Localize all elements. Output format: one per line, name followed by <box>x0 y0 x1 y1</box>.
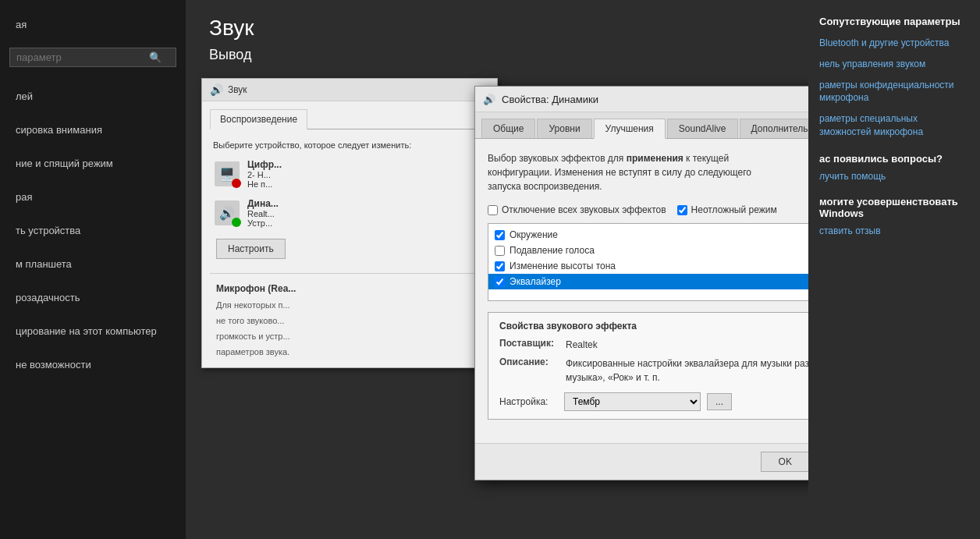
improve-title: могите усовершенствовать Windows <box>819 196 969 219</box>
checkbox-emergency[interactable]: Неотложный режим <box>677 204 777 215</box>
device-icon-0: 🖥️ <box>215 161 240 186</box>
props-dialog: 🔊 Свойства: Динамики ✕ Общие Уровни Улуч… <box>474 86 808 480</box>
sidebar-item-7[interactable]: розадачность <box>0 281 186 314</box>
choose-device-label: Выберите устройство, которое следует изм… <box>210 137 489 154</box>
link-sound-control[interactable]: нель управления звуком <box>819 58 969 71</box>
sound-panel-titlebar: 🔊 Звук <box>202 79 497 101</box>
checkbox-disable-all[interactable]: Отключение всех звуковых эффектов <box>488 204 666 215</box>
props-footer: OK Отмена Применить <box>475 443 808 480</box>
sound-panel: 🔊 Звук Воспроизведение Выберите устройст… <box>201 78 498 368</box>
effect-checkbox-0[interactable] <box>495 230 505 240</box>
effect-item-2[interactable]: Изменение высоты тона <box>488 258 808 274</box>
improve-section: могите усовершенствовать Windows ставить… <box>819 196 969 236</box>
props-dialog-icon: 🔊 <box>483 94 495 105</box>
disable-all-checkbox[interactable] <box>488 205 498 215</box>
preset-label: Настройка: <box>499 396 558 407</box>
device-item-0[interactable]: 🖥️ Цифр... 2- Н... Не п... <box>210 154 489 193</box>
sound-panel-icon: 🔊 <box>210 83 223 96</box>
effect-checkbox-1[interactable] <box>495 246 505 256</box>
device-icon-1: 🔊 <box>215 200 240 225</box>
mic-section: Микрофон (Rea... Для некоторых п... не т… <box>210 273 489 360</box>
sound-panel-body: Воспроизведение Выберите устройство, кот… <box>202 101 497 367</box>
emergency-checkbox[interactable] <box>677 205 687 215</box>
sidebar-item-2[interactable]: сировка внимания <box>0 113 186 147</box>
sidebar-item-3[interactable]: ние и спящий режим <box>0 147 186 180</box>
tab-advanced[interactable]: Дополнительно <box>740 119 808 138</box>
tab-playback[interactable]: Воспроизведение <box>210 109 307 129</box>
sidebar-item-1[interactable]: лей <box>0 80 186 113</box>
link-accessibility[interactable]: раметры специальных зможностей микрофона <box>819 112 969 139</box>
preset-extra-button[interactable]: ... <box>707 393 732 410</box>
provider-value: Realtek <box>566 338 598 352</box>
link-privacy[interactable]: раметры конфиденциальности микрофона <box>819 79 969 105</box>
sidebar-item-6[interactable]: м планшета <box>0 247 186 281</box>
get-help-link[interactable]: лучить помощь <box>819 171 969 182</box>
provider-row: Поставщик: Realtek <box>499 338 808 352</box>
checkrow: Отключение всех звуковых эффектов Неотло… <box>488 204 808 215</box>
description-prop-label: Описание: <box>499 356 558 367</box>
questions-title: ас появились вопросы? <box>819 153 969 165</box>
tab-enhancements[interactable]: Улучшения <box>594 119 666 139</box>
props-titlebar: 🔊 Свойства: Динамики ✕ <box>475 87 808 112</box>
status-badge-green <box>232 218 241 227</box>
ok-button[interactable]: OK <box>761 452 808 472</box>
props-titlebar-left: 🔊 Свойства: Динамики <box>483 94 598 105</box>
preset-row: Настройка: Тембр ... <box>499 392 808 411</box>
status-badge-red <box>232 179 241 188</box>
device-item-1[interactable]: 🔊 Дина... Realt... Устр... <box>210 193 489 232</box>
description-row: Описание: Фиксированные настройки эквала… <box>499 356 808 385</box>
effect-item-1[interactable]: Подавление голоса <box>488 243 808 258</box>
effect-checkbox-3[interactable] <box>495 277 505 287</box>
right-sidebar: Сопутствующие параметры Bluetooth и друг… <box>808 0 980 539</box>
page-title: Звук <box>209 16 785 41</box>
sidebar-item-4[interactable]: рая <box>0 180 186 214</box>
main-content: Звук Вывод 🔊 Звук Воспроизведение Выбери… <box>186 0 808 539</box>
device-info-1: Дина... Realt... Устр... <box>247 198 279 228</box>
related-params-title: Сопутствующие параметры <box>819 16 969 27</box>
mic-desc-2: не того звуково... <box>210 313 489 328</box>
effect-item-3[interactable]: Эквалайзер <box>488 274 808 289</box>
sidebar-item-8[interactable]: цирование на этот компьютер <box>0 314 186 348</box>
search-icon: 🔍 <box>149 51 162 63</box>
props-tabs: Общие Уровни Улучшения SoundAlive Дополн… <box>475 112 808 139</box>
device-info-0: Цифр... 2- Н... Не п... <box>247 159 282 189</box>
mic-title: Микрофон (Rea... <box>210 280 489 297</box>
props-body: Выбор звуковых эффектов для применения к… <box>475 139 808 443</box>
preset-select[interactable]: Тембр <box>564 392 701 411</box>
description-prop-value: Фиксированные настройки эквалайзера для … <box>566 356 808 385</box>
questions-section: ас появились вопросы? лучить помощь <box>819 153 969 182</box>
section-title: Вывод <box>209 47 785 63</box>
effects-prop-title: Свойства звукового эффекта <box>499 321 808 332</box>
sidebar-item-0[interactable]: ая <box>0 8 186 41</box>
tab-levels[interactable]: Уровни <box>537 119 591 138</box>
sidebar-item-9[interactable]: не возможности <box>0 348 186 381</box>
sidebar-search-container: 🔍 <box>9 48 176 67</box>
props-dialog-title: Свойства: Динамики <box>502 94 598 105</box>
search-input[interactable] <box>16 51 149 63</box>
sidebar: ая 🔍 лей сировка внимания ние и спящий р… <box>0 0 186 539</box>
effect-checkbox-2[interactable] <box>495 261 505 271</box>
mic-desc-1: Для некоторых п... <box>210 297 489 313</box>
effect-item-0[interactable]: Окружение <box>488 227 808 243</box>
props-description: Выбор звуковых эффектов для применения к… <box>488 151 808 193</box>
tab-soundalive[interactable]: SoundAlive <box>667 119 738 138</box>
sidebar-item-5[interactable]: ть устройства <box>0 214 186 247</box>
sound-panel-tabs: Воспроизведение <box>210 109 489 129</box>
mic-desc-4: параметров звука. <box>210 344 489 360</box>
provider-label: Поставщик: <box>499 338 558 349</box>
tab-general[interactable]: Общие <box>481 119 535 138</box>
mic-desc-3: громкость и устр... <box>210 328 489 344</box>
sound-effect-props: Свойства звукового эффекта Поставщик: Re… <box>488 312 808 420</box>
link-bluetooth[interactable]: Bluetooth и другие устройства <box>819 37 969 50</box>
configure-button[interactable]: Настроить <box>216 239 286 259</box>
effects-list: Окружение Подавление голоса Изменение вы… <box>488 223 808 301</box>
feedback-link[interactable]: ставить отзыв <box>819 225 969 236</box>
